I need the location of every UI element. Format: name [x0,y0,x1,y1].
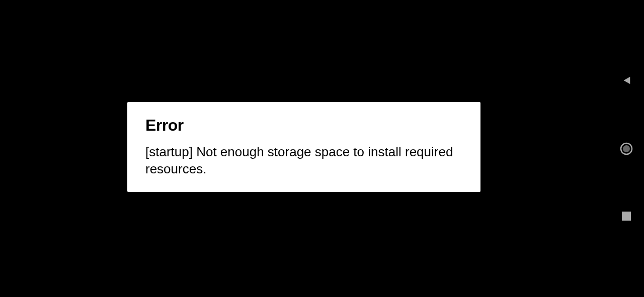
svg-point-1 [623,145,630,152]
nav-recent-button[interactable] [622,212,631,223]
nav-back-button[interactable] [621,75,632,88]
home-circle-icon [620,142,633,157]
svg-rect-2 [622,212,631,221]
nav-home-button[interactable] [620,142,633,157]
dialog-title: Error [145,116,462,135]
recent-square-icon [622,212,631,223]
error-dialog: Error [startup] Not enough storage space… [127,102,480,192]
dialog-message: [startup] Not enough storage space to in… [145,144,462,178]
navigation-bar [609,0,644,297]
back-triangle-icon [621,75,632,88]
